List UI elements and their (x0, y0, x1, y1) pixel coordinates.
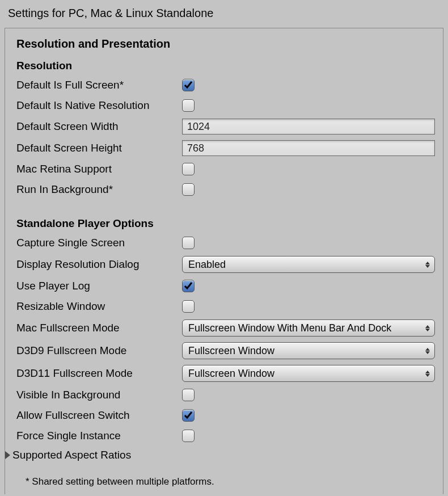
capture-single-checkbox[interactable] (182, 237, 195, 249)
default-fullscreen-label: Default Is Full Screen* (15, 79, 182, 91)
mac-fullscreen-select[interactable]: Fullscreen Window With Menu Bar And Dock (182, 320, 435, 337)
player-log-checkbox[interactable] (182, 280, 195, 292)
aspect-ratios-foldout[interactable]: Supported Aspect Ratios (5, 449, 435, 461)
shared-setting-footnote: * Shared setting between multiple platfo… (26, 476, 435, 487)
run-background-label: Run In Background* (15, 183, 182, 196)
default-native-label: Default Is Native Resolution (15, 99, 182, 112)
run-background-checkbox[interactable] (182, 183, 195, 196)
mac-fullscreen-value: Fullscreen Window With Menu Bar And Dock (188, 322, 391, 334)
mac-retina-checkbox[interactable] (182, 163, 195, 175)
force-single-checkbox[interactable] (182, 430, 195, 442)
d3d9-fullscreen-select[interactable]: Fullscreen Window (182, 342, 435, 359)
allow-fullscreen-checkbox[interactable] (182, 409, 195, 422)
default-width-label: Default Screen Width (15, 120, 182, 133)
visible-background-label: Visible In Background (15, 389, 182, 401)
force-single-label: Force Single Instance (15, 430, 182, 442)
display-dialog-select[interactable]: Enabled (182, 256, 435, 273)
resolution-header: Resolution (16, 60, 435, 72)
mac-retina-label: Mac Retina Support (15, 163, 182, 175)
default-width-input[interactable] (182, 119, 435, 134)
d3d9-fullscreen-label: D3D9 Fullscreen Mode (15, 344, 182, 357)
default-native-checkbox[interactable] (182, 99, 195, 112)
display-dialog-value: Enabled (188, 259, 226, 271)
d3d11-fullscreen-label: D3D11 Fullscreen Mode (15, 367, 182, 380)
d3d11-fullscreen-value: Fullscreen Window (188, 368, 274, 380)
resizable-window-checkbox[interactable] (182, 300, 195, 313)
allow-fullscreen-label: Allow Fullscreen Switch (15, 409, 182, 422)
mac-fullscreen-label: Mac Fullscreen Mode (15, 322, 182, 334)
updown-icon (425, 262, 430, 268)
updown-icon (425, 325, 430, 331)
visible-background-checkbox[interactable] (182, 389, 195, 401)
d3d11-fullscreen-select[interactable]: Fullscreen Window (182, 365, 435, 382)
foldout-arrow-icon (5, 451, 10, 459)
updown-icon (425, 371, 430, 377)
default-fullscreen-checkbox[interactable] (182, 79, 195, 91)
display-dialog-label: Display Resolution Dialog (15, 258, 182, 271)
capture-single-label: Capture Single Screen (15, 237, 182, 249)
player-options-header: Standalone Player Options (16, 217, 435, 230)
default-height-input[interactable] (182, 140, 435, 156)
checkmark-icon (183, 410, 193, 421)
updown-icon (425, 348, 430, 354)
d3d9-fullscreen-value: Fullscreen Window (188, 345, 274, 357)
default-height-label: Default Screen Height (15, 142, 182, 154)
settings-panel: Resolution and Presentation Resolution D… (5, 28, 443, 494)
page-title: Settings for PC, Mac & Linux Standalone (8, 7, 443, 20)
checkmark-icon (183, 80, 193, 90)
checkmark-icon (183, 281, 193, 291)
section-title: Resolution and Presentation (16, 37, 435, 51)
player-log-label: Use Player Log (15, 280, 182, 292)
aspect-ratios-label: Supported Aspect Ratios (12, 449, 131, 461)
resizable-window-label: Resizable Window (15, 300, 182, 313)
